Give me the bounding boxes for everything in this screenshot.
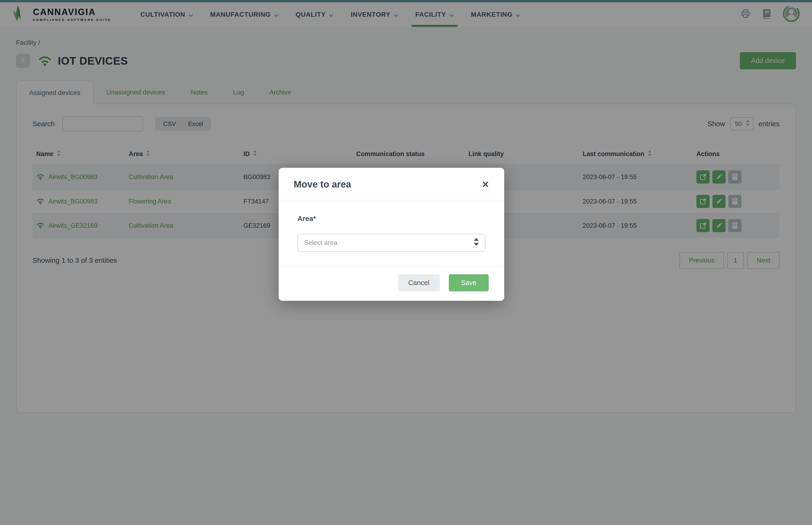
modal-header: Move to area ✕	[279, 168, 504, 200]
select-arrows-icon	[474, 238, 479, 248]
app-screen: CANNAVIGIA COMPLIANCE SOFTWARE SUITE CUL…	[0, 0, 812, 525]
cancel-button[interactable]: Cancel	[398, 274, 440, 291]
modal-footer: Cancel Save	[279, 267, 504, 301]
save-button[interactable]: Save	[449, 274, 489, 291]
move-to-area-modal: Move to area ✕ Area* Select area Cancel …	[279, 168, 504, 301]
area-field-label: Area*	[297, 214, 486, 223]
modal-title: Move to area	[294, 179, 351, 190]
area-select-placeholder: Select area	[304, 239, 337, 246]
close-icon[interactable]: ✕	[482, 180, 489, 189]
modal-body: Area* Select area	[279, 200, 504, 267]
area-select[interactable]: Select area	[297, 234, 486, 252]
